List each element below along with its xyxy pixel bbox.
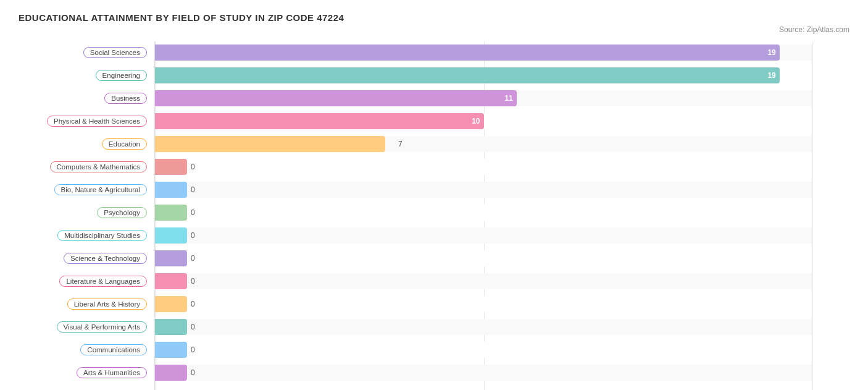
bar-label: Psychology [16, 201, 152, 224]
bar-row: Bio, Nature & Agricultural0 [155, 179, 812, 201]
bar-value: 0 [191, 254, 195, 263]
bar-row: Visual & Performing Arts0 [155, 316, 812, 338]
bar-row: Engineering19 [155, 64, 812, 87]
bar-label: Science & Technology [16, 247, 152, 269]
bar-label: Computers & Mathematics [16, 156, 152, 178]
bar-label: Business [16, 87, 152, 109]
bar-row: Social Sciences19 [155, 41, 812, 64]
bar-row: Arts & Humanities0 [155, 362, 812, 384]
bar-label: Visual & Performing Arts [16, 316, 152, 338]
bar-value: 0 [191, 368, 195, 377]
grid-line [812, 41, 813, 390]
bar-label: Education [16, 133, 152, 155]
bar-label: Liberal Arts & History [16, 293, 152, 315]
bar-label: Physical & Health Sciences [16, 110, 152, 132]
bar-row: Literature & Languages0 [155, 270, 812, 292]
bar-label: Bio, Nature & Agricultural [16, 179, 152, 201]
bar-value: 0 [191, 163, 195, 171]
bar-label: Literature & Languages [16, 270, 152, 292]
bar-row: Physical & Health Sciences10 [155, 110, 812, 132]
chart-title: EDUCATIONAL ATTAINMENT BY FIELD OF STUDY… [19, 12, 849, 23]
bar-label: Arts & Humanities [16, 362, 152, 384]
bar-value: 0 [191, 277, 195, 286]
bar-row: Computers & Mathematics0 [155, 156, 812, 178]
bar-value: 0 [191, 323, 195, 331]
bar-row: Education7 [155, 133, 812, 155]
bar-row: Science & Technology0 [155, 247, 812, 269]
bar-value: 0 [191, 185, 195, 194]
bar-row: Psychology0 [155, 201, 812, 224]
bar-value: 0 [191, 208, 195, 217]
bar-label: Social Sciences [16, 41, 152, 64]
bar-row: Communications0 [155, 339, 812, 361]
bar-row: Liberal Arts & History0 [155, 293, 812, 315]
bar-row: Business11 [155, 87, 812, 109]
source-label: Source: ZipAtlas.com [19, 25, 849, 34]
bar-label: Communications [16, 339, 152, 361]
bar-value: 0 [191, 300, 195, 308]
bar-label: Engineering [16, 64, 152, 87]
bar-value: 0 [191, 231, 195, 240]
bar-row: Multidisciplinary Studies0 [155, 224, 812, 247]
bar-label: Multidisciplinary Studies [16, 224, 152, 247]
bar-value: 0 [191, 345, 195, 354]
